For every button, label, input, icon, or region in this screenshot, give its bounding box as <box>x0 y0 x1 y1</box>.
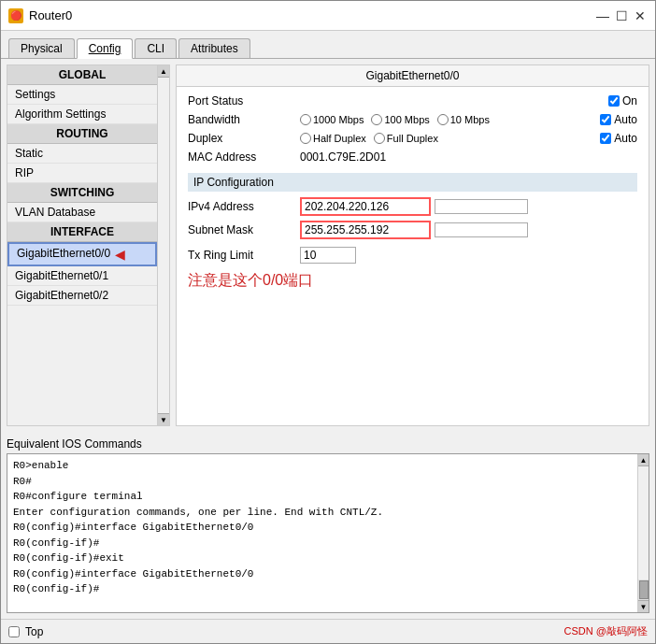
terminal-scroll-thumb[interactable] <box>639 580 649 599</box>
maximize-button[interactable]: ☐ <box>614 8 629 23</box>
ipv4-extra-input[interactable] <box>435 199 528 214</box>
tab-attributes[interactable]: Attributes <box>178 38 250 58</box>
terminal-line: R0(config-if)# <box>13 581 632 597</box>
terminal-scroll-up[interactable]: ▲ <box>638 454 649 466</box>
sidebar-item-ge00[interactable]: GigabitEthernet0/0 ◀ <box>7 242 157 266</box>
sidebar-category-global: GLOBAL <box>7 65 157 85</box>
duplex-full-option[interactable]: Full Duplex <box>374 133 438 144</box>
sidebar-scroll-down-button[interactable]: ▼ <box>158 413 169 425</box>
bandwidth-radios: 1000 Mbps 100 Mbps 10 Mbps <box>300 114 600 125</box>
terminal-scroll-track <box>638 466 649 580</box>
mac-value: 0001.C79E.2D01 <box>300 150 386 164</box>
terminal-line: R0(config)#interface GigabitEthernet0/0 <box>13 566 632 582</box>
sidebar-item-vlan[interactable]: VLAN Database <box>7 203 157 222</box>
selected-arrow-icon: ◀ <box>115 247 125 262</box>
terminal-scrollbar[interactable]: ▲ ▼ <box>637 454 649 612</box>
duplex-label: Duplex <box>188 132 300 145</box>
duplex-full-radio[interactable] <box>374 133 385 144</box>
sidebar-item-ge01[interactable]: GigabitEthernet0/1 <box>7 266 157 286</box>
sidebar-item-ge02[interactable]: GigabitEthernet0/2 <box>7 286 157 306</box>
tab-bar: Physical Config CLI Attributes <box>1 31 655 59</box>
tx-row: Tx Ring Limit <box>188 247 637 264</box>
bandwidth-auto-label: Auto <box>614 113 637 126</box>
port-status-check: On <box>608 94 637 107</box>
sidebar: GLOBAL Settings Algorithm Settings ROUTI… <box>7 65 157 425</box>
terminal-line: R0(config-if)# <box>13 536 632 551</box>
duplex-half-option[interactable]: Half Duplex <box>300 133 366 144</box>
watermark: CSDN @敲码阿怪 <box>564 624 648 638</box>
bandwidth-1000-option[interactable]: 1000 Mbps <box>300 114 364 125</box>
terminal-line: R0(config-if)#exit <box>13 551 632 566</box>
subnet-input[interactable] <box>300 221 431 239</box>
bandwidth-label: Bandwidth <box>188 113 300 126</box>
duplex-auto-checkbox[interactable] <box>600 133 611 144</box>
port-status-checkbox[interactable] <box>608 95 620 107</box>
window-controls: — ☐ ✕ <box>595 8 648 23</box>
minimize-button[interactable]: — <box>595 8 610 23</box>
port-status-label: Port Status <box>188 94 300 107</box>
mac-label: MAC Address <box>188 150 300 164</box>
sidebar-wrapper: GLOBAL Settings Algorithm Settings ROUTI… <box>7 64 170 426</box>
bandwidth-10-option[interactable]: 10 Mbps <box>437 114 490 125</box>
terminal-line: R0#configure terminal <box>13 489 632 505</box>
terminal-scroll-down[interactable]: ▼ <box>638 600 649 612</box>
panel-body: Port Status On Bandwidth 1000 Mbps <box>177 87 649 425</box>
ipv4-input[interactable] <box>300 197 431 216</box>
terminal-line: Enter configuration commands, one per li… <box>13 505 632 521</box>
status-bar: Top CSDN @敲码阿怪 <box>1 619 655 643</box>
sidebar-scroll-up-button[interactable]: ▲ <box>158 65 169 78</box>
status-left: Top <box>8 625 43 638</box>
bandwidth-100-radio[interactable] <box>371 114 382 125</box>
duplex-half-radio[interactable] <box>300 133 311 144</box>
bandwidth-auto-check: Auto <box>600 113 637 126</box>
sidebar-item-rip[interactable]: RIP <box>7 164 157 183</box>
right-panel: GigabitEthernet0/0 Port Status On Bandwi… <box>176 64 649 426</box>
title-bar-left: 🔴 Router0 <box>8 8 72 23</box>
bottom-panel: Equivalent IOS Commands R0>enable R0# R0… <box>1 432 655 619</box>
bandwidth-100-option[interactable]: 100 Mbps <box>371 114 429 125</box>
sidebar-category-interface: INTERFACE <box>7 222 157 242</box>
main-content: GLOBAL Settings Algorithm Settings ROUTI… <box>1 59 655 432</box>
tab-cli[interactable]: CLI <box>135 38 177 58</box>
sidebar-item-settings[interactable]: Settings <box>7 85 157 105</box>
bandwidth-auto-checkbox[interactable] <box>600 114 611 125</box>
terminal-text[interactable]: R0>enable R0# R0#configure terminal Ente… <box>7 454 637 612</box>
ipv4-label: IPv4 Address <box>188 200 300 213</box>
subnet-row: Subnet Mask <box>188 221 637 239</box>
port-status-row: Port Status On <box>188 94 637 107</box>
sidebar-scrollbar: ▲ ▼ <box>157 65 169 425</box>
duplex-auto-check: Auto <box>600 132 637 145</box>
sidebar-category-switching: SWITCHING <box>7 183 157 203</box>
sidebar-category-routing: ROUTING <box>7 124 157 144</box>
ipv4-row: IPv4 Address <box>188 197 637 216</box>
terminal-label: Equivalent IOS Commands <box>7 437 649 451</box>
bandwidth-1000-radio[interactable] <box>300 114 311 125</box>
top-checkbox[interactable] <box>8 626 20 637</box>
port-status-on-label: On <box>622 94 637 107</box>
tx-label: Tx Ring Limit <box>188 249 300 262</box>
close-button[interactable]: ✕ <box>633 8 648 23</box>
sidebar-item-static[interactable]: Static <box>7 144 157 164</box>
top-label: Top <box>25 625 43 638</box>
subnet-label: Subnet Mask <box>188 223 300 236</box>
tab-config[interactable]: Config <box>77 38 134 59</box>
window-title: Router0 <box>29 8 72 22</box>
annotation-text: 注意是这个0/0端口 <box>188 271 637 291</box>
terminal-line: R0# <box>13 474 632 490</box>
bandwidth-10-radio[interactable] <box>437 114 449 125</box>
bandwidth-row: Bandwidth 1000 Mbps 100 Mbps 10 Mbps <box>188 113 637 126</box>
panel-title: GigabitEthernet0/0 <box>177 65 649 87</box>
terminal-line: R0>enable <box>13 458 632 474</box>
ip-config-section: IP Configuration <box>188 173 637 192</box>
app-icon: 🔴 <box>8 8 23 23</box>
terminal-line: R0(config)#interface GigabitEthernet0/0 <box>13 520 632 536</box>
tab-physical[interactable]: Physical <box>8 38 75 58</box>
mac-row: MAC Address 0001.C79E.2D01 <box>188 150 637 164</box>
duplex-radios: Half Duplex Full Duplex <box>300 133 600 144</box>
duplex-row: Duplex Half Duplex Full Duplex A <box>188 132 637 145</box>
subnet-extra-input[interactable] <box>435 222 528 237</box>
main-window: 🔴 Router0 — ☐ ✕ Physical Config CLI Attr… <box>0 0 656 644</box>
terminal-area: R0>enable R0# R0#configure terminal Ente… <box>7 453 649 613</box>
sidebar-item-algorithm[interactable]: Algorithm Settings <box>7 105 157 124</box>
tx-input[interactable] <box>300 247 356 264</box>
